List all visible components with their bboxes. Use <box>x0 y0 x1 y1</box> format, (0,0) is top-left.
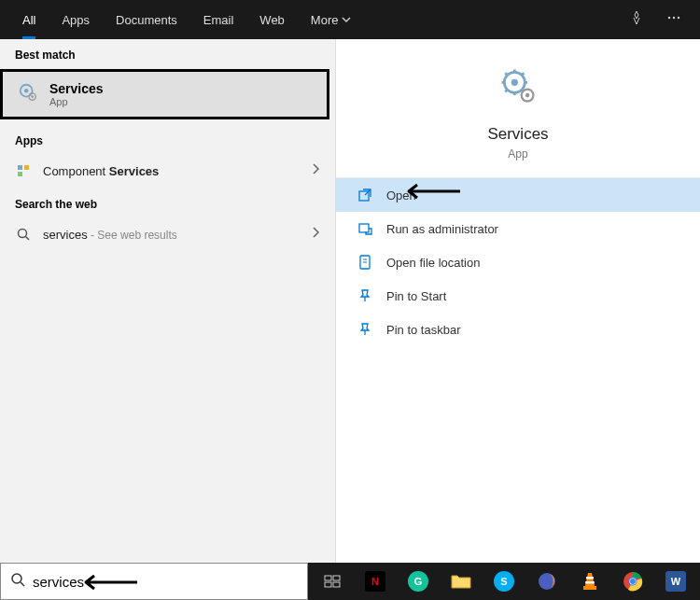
svg-line-11 <box>26 237 30 241</box>
preview-header: Services App <box>336 39 700 177</box>
top-actions <box>629 10 691 29</box>
best-match-item[interactable]: Services App <box>0 69 329 119</box>
tab-label: Apps <box>62 13 90 27</box>
preview-subtitle: App <box>508 147 527 160</box>
action-open-file-location[interactable]: Open file location <box>336 245 700 279</box>
taskbar: N G S W <box>308 563 700 600</box>
svg-point-1 <box>673 17 675 19</box>
svg-point-0 <box>668 17 670 19</box>
svg-rect-25 <box>325 582 331 587</box>
svg-point-10 <box>19 230 27 238</box>
web-result-label: services - See web results <box>43 228 300 242</box>
svg-rect-26 <box>333 582 340 587</box>
svg-point-13 <box>511 79 518 86</box>
chevron-right-icon <box>311 162 320 179</box>
section-apps: Apps <box>0 125 335 153</box>
taskbar-netflix[interactable]: N <box>357 563 394 600</box>
gear-icon <box>497 65 539 110</box>
tab-email[interactable]: Email <box>190 0 247 39</box>
svg-point-27 <box>539 573 555 590</box>
action-label: Open <box>386 188 416 202</box>
action-label: Pin to taskbar <box>386 323 461 337</box>
action-open[interactable]: Open <box>336 178 700 212</box>
svg-rect-23 <box>325 576 331 580</box>
svg-rect-30 <box>585 581 595 584</box>
search-icon <box>15 228 32 241</box>
app-result-label: Component Services <box>43 164 300 178</box>
tab-label: Web <box>259 13 285 27</box>
tab-label: All <box>22 13 35 27</box>
svg-rect-28 <box>583 586 596 590</box>
tab-apps[interactable]: Apps <box>49 0 103 39</box>
svg-line-22 <box>21 582 24 586</box>
preview-title: Services <box>487 125 548 144</box>
search-filter-bar: All Apps Documents Email Web More <box>0 0 700 39</box>
action-pin-to-taskbar[interactable]: Pin to taskbar <box>336 313 700 346</box>
action-pin-to-start[interactable]: Pin to Start <box>336 279 700 313</box>
gear-icon <box>18 82 38 106</box>
search-input[interactable] <box>33 574 298 590</box>
more-options-icon[interactable] <box>666 10 681 29</box>
best-match-title: Services <box>49 81 104 96</box>
admin-icon <box>357 221 373 236</box>
open-icon <box>357 188 373 202</box>
taskbar-word[interactable]: W <box>657 563 694 600</box>
search-icon <box>10 572 25 591</box>
tab-label: Email <box>203 13 234 27</box>
section-best-match: Best match <box>0 39 335 67</box>
taskbar-grammarly[interactable]: G <box>399 563 437 600</box>
svg-rect-24 <box>333 576 340 580</box>
tab-label: More <box>311 13 339 27</box>
taskbar-chrome[interactable] <box>614 563 651 600</box>
action-run-as-admin[interactable]: Run as administrator <box>336 212 700 245</box>
taskbar-task-view[interactable] <box>314 563 351 600</box>
svg-rect-17 <box>359 224 369 232</box>
tab-more[interactable]: More <box>298 0 365 39</box>
search-results-area: Best match Services App Apps Component S… <box>0 39 700 563</box>
preview-pane: Services App Open Run as administrator <box>336 39 700 563</box>
reward-icon[interactable] <box>629 10 644 29</box>
chevron-down-icon <box>342 13 351 27</box>
web-result-services[interactable]: services - See web results <box>0 216 335 252</box>
app-result-component-services[interactable]: Component Services <box>0 153 335 188</box>
section-search-web: Search the web <box>0 188 335 216</box>
pin-icon <box>357 322 373 337</box>
tab-web[interactable]: Web <box>246 0 298 39</box>
action-label: Open file location <box>386 256 480 270</box>
svg-point-2 <box>678 17 679 19</box>
bottom-bar: N G S W <box>0 563 700 600</box>
action-label: Pin to Start <box>386 289 446 303</box>
taskbar-file-explorer[interactable] <box>442 563 480 600</box>
tab-all[interactable]: All <box>9 0 49 39</box>
svg-point-6 <box>31 95 34 98</box>
best-match-subtitle: App <box>49 96 104 107</box>
svg-point-15 <box>525 93 530 98</box>
component-services-icon <box>15 163 32 178</box>
svg-point-34 <box>630 579 636 584</box>
svg-point-4 <box>24 89 29 93</box>
svg-point-21 <box>12 574 21 583</box>
svg-rect-8 <box>24 165 29 170</box>
taskbar-skype[interactable]: S <box>485 563 523 600</box>
folder-icon <box>357 255 373 270</box>
tab-documents[interactable]: Documents <box>103 0 190 39</box>
preview-actions: Open Run as administrator Open file loca… <box>336 177 700 346</box>
results-list: Best match Services App Apps Component S… <box>0 39 336 563</box>
search-box[interactable] <box>0 563 308 600</box>
chevron-right-icon <box>311 226 320 243</box>
taskbar-firefox[interactable] <box>528 563 566 600</box>
taskbar-vlc[interactable] <box>571 563 609 600</box>
svg-rect-29 <box>586 577 594 579</box>
pin-icon <box>357 288 373 303</box>
svg-rect-7 <box>18 165 22 170</box>
action-label: Run as administrator <box>386 222 498 236</box>
tab-label: Documents <box>116 13 177 27</box>
svg-rect-9 <box>18 172 22 176</box>
